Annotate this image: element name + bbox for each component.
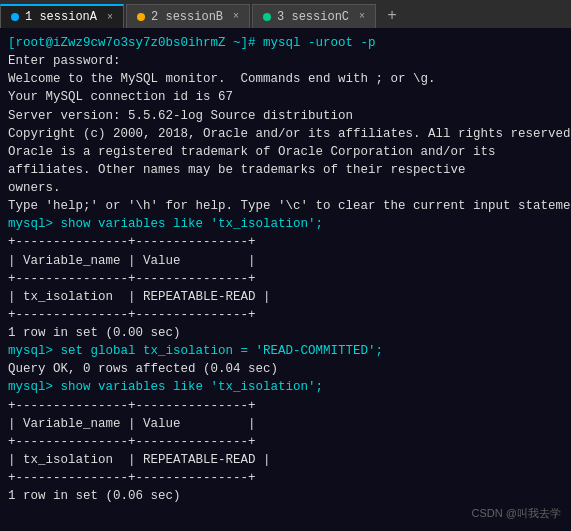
terminal-line: +---------------+---------------+ [8,433,563,451]
tab-1[interactable]: 1 sessionA× [0,4,124,28]
terminal-line: Your MySQL connection id is 67 [8,88,563,106]
terminal: [root@iZwz9cw7o3sy7z0bs0ihrmZ ~]# mysql … [0,28,571,531]
terminal-line: +---------------+---------------+ [8,233,563,251]
terminal-line: Welcome to the MySQL monitor. Commands e… [8,70,563,88]
watermark: CSDN @叫我去学 [472,506,561,521]
terminal-line: | tx_isolation | REPEATABLE-READ | [8,288,563,306]
terminal-line: [root@iZwz9cw7o3sy7z0bs0ihrmZ ~]# mysql … [8,34,563,52]
terminal-line: Enter password: [8,52,563,70]
terminal-line: mysql> show variables like 'tx_isolation… [8,215,563,233]
tab-label-2: 2 sessionB [151,10,223,24]
tab-close-3[interactable]: × [359,11,365,22]
terminal-line: owners. [8,179,563,197]
tab-dot-3 [263,13,271,21]
tab-close-2[interactable]: × [233,11,239,22]
terminal-line: +---------------+---------------+ [8,397,563,415]
new-tab-button[interactable]: + [380,4,404,28]
tab-label-3: 3 sessionC [277,10,349,24]
terminal-line: mysql> set global tx_isolation = 'READ-C… [8,342,563,360]
terminal-line: Query OK, 0 rows affected (0.04 sec) [8,360,563,378]
terminal-line: 1 row in set (0.00 sec) [8,324,563,342]
terminal-line: Type 'help;' or '\h' for help. Type '\c'… [8,197,563,215]
terminal-line: | Variable_name | Value | [8,252,563,270]
terminal-line: affiliates. Other names may be trademark… [8,161,563,179]
terminal-line: +---------------+---------------+ [8,270,563,288]
tab-3[interactable]: 3 sessionC× [252,4,376,28]
tab-2[interactable]: 2 sessionB× [126,4,250,28]
terminal-line: | Variable_name | Value | [8,415,563,433]
terminal-line: | tx_isolation | REPEATABLE-READ | [8,451,563,469]
terminal-line: 1 row in set (0.06 sec) [8,487,563,505]
terminal-line: +---------------+---------------+ [8,469,563,487]
terminal-line: Copyright (c) 2000, 2018, Oracle and/or … [8,125,563,143]
terminal-line: mysql> show variables like 'tx_isolation… [8,378,563,396]
terminal-line: Server version: 5.5.62-log Source distri… [8,107,563,125]
terminal-line: Oracle is a registered trademark of Orac… [8,143,563,161]
tab-dot-2 [137,13,145,21]
tab-close-1[interactable]: × [107,12,113,23]
tab-label-1: 1 sessionA [25,10,97,24]
terminal-line: +---------------+---------------+ [8,306,563,324]
tab-dot-1 [11,13,19,21]
tab-bar: 1 sessionA×2 sessionB×3 sessionC×+ [0,0,571,28]
